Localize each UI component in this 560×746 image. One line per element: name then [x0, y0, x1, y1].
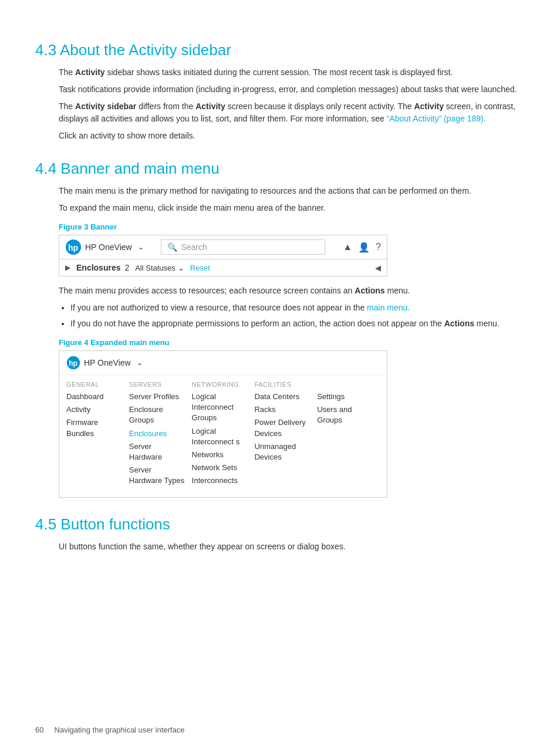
para-main-menu-1: The main menu is the primary method for …: [59, 185, 525, 197]
play-icon: ▶: [65, 264, 70, 272]
heading-4-5: 4.5 Button functions: [35, 515, 525, 534]
section-4-5-content: UI buttons function the same, whether th…: [35, 541, 525, 553]
enclosures-label: Enclosures 2: [76, 263, 129, 272]
figure4-label: Figure 4 Expanded main menu: [59, 338, 525, 347]
menu-col-header-networking: NETWORKING: [192, 381, 249, 388]
section-4-3-content: The Activity sidebar shows tasks initiat…: [35, 66, 525, 142]
figure3-label: Figure 3 Banner: [59, 222, 525, 231]
user-icon[interactable]: 👤: [358, 242, 370, 253]
menu-col-header-extra: [317, 381, 374, 388]
banner-logo-area: hp HP OneView ⌄: [65, 239, 144, 255]
para-activity-sidebar-3: The Activity sidebar differs from the Ac…: [59, 100, 525, 125]
menu-item-power-delivery[interactable]: Power Delivery Devices: [254, 417, 311, 438]
para-actions-menu: The main menu provides access to resourc…: [59, 285, 525, 297]
menu-item-settings[interactable]: Settings: [317, 391, 374, 402]
search-placeholder: Search: [181, 242, 207, 252]
menu-item-server-hardware-types[interactable]: Server Hardware Types: [129, 465, 186, 486]
para-activity-sidebar-2: Task notifications provide information (…: [59, 83, 525, 96]
menu-col-general: GENERAL Dashboard Activity Firmware Bund…: [66, 381, 129, 489]
figure4-expanded-menu: hp HP OneView ⌄ GENERAL Dashboard Activi…: [59, 350, 387, 498]
banner-chevron-icon: ⌄: [138, 243, 144, 251]
collapse-icon[interactable]: ◀: [375, 264, 381, 272]
bell-icon[interactable]: ▲: [343, 242, 352, 252]
menu-col-header-facilities: FACILITIES: [254, 381, 311, 388]
page-footer: 60 Navigating the graphical user interfa…: [35, 725, 184, 734]
menu-item-data-centers[interactable]: Data Centers: [254, 391, 311, 402]
menu-col-networking: NETWORKING Logical Interconnect Groups L…: [192, 381, 255, 489]
section-4-3: 4.3 About the Activity sidebar The Activ…: [35, 41, 525, 142]
banner-top-bar: hp HP OneView ⌄ 🔍 Search ▲ 👤 ?: [59, 235, 387, 259]
expanded-menu-logo-text: HP OneView: [84, 358, 131, 367]
section-4-4-content: The main menu is the primary method for …: [35, 185, 525, 498]
footer-label: Navigating the graphical user interface: [55, 725, 185, 734]
menu-item-activity[interactable]: Activity: [66, 404, 123, 415]
para-activity-sidebar-1: The Activity sidebar shows tasks initiat…: [59, 66, 525, 79]
expanded-menu-header: hp HP OneView ⌄: [59, 351, 387, 375]
bullet-list-permissions: If you are not authorized to view a reso…: [70, 302, 525, 330]
search-icon: 🔍: [167, 242, 177, 252]
banner-logo-text: HP OneView: [85, 242, 132, 252]
menu-item-unmanaged[interactable]: Unmanaged Devices: [254, 441, 311, 463]
about-activity-link[interactable]: “About Activity” (page 189).: [387, 114, 486, 123]
menu-item-interconnects[interactable]: Interconnects: [192, 475, 249, 486]
bullet-item-2: If you do not have the appropriate permi…: [70, 318, 525, 330]
menu-item-racks[interactable]: Racks: [254, 404, 311, 415]
hp-logo-icon: hp: [65, 239, 82, 255]
figure3-banner: hp HP OneView ⌄ 🔍 Search ▲ 👤 ? ▶: [59, 235, 387, 276]
enclosures-count: 2: [124, 263, 129, 272]
banner-search-box[interactable]: 🔍 Search: [161, 239, 325, 255]
menu-columns-container: GENERAL Dashboard Activity Firmware Bund…: [59, 375, 387, 497]
menu-item-enclosure-groups[interactable]: Enclosure Groups: [129, 404, 186, 426]
menu-item-lig[interactable]: Logical Interconnect Groups: [192, 391, 249, 424]
menu-item-enclosures[interactable]: Enclosures: [129, 428, 186, 439]
expanded-hp-logo-icon: hp: [66, 356, 80, 370]
main-menu-link[interactable]: main menu.: [367, 303, 410, 312]
para-activity-sidebar-4: Click an activity to show more details.: [59, 130, 525, 142]
section-4-5: 4.5 Button functions UI buttons function…: [35, 515, 525, 553]
heading-4-3: 4.3 About the Activity sidebar: [35, 41, 525, 59]
heading-4-4: 4.4 Banner and main menu: [35, 160, 525, 178]
menu-item-server-hardware[interactable]: Server Hardware: [129, 441, 186, 463]
svg-text:hp: hp: [68, 243, 78, 252]
menu-col-header-servers: SERVERS: [129, 381, 186, 388]
banner-icon-group: ▲ 👤 ?: [343, 242, 381, 253]
para-button-functions: UI buttons function the same, whether th…: [59, 541, 525, 553]
para-main-menu-2: To expand the main menu, click inside th…: [59, 202, 525, 214]
menu-item-users-groups[interactable]: Users and Groups: [317, 404, 374, 426]
menu-item-li[interactable]: Logical Interconnect s: [192, 426, 249, 447]
menu-item-server-profiles[interactable]: Server Profiles: [129, 391, 186, 402]
menu-col-header-general: GENERAL: [66, 381, 123, 388]
expanded-menu-chevron-icon: ⌄: [137, 359, 143, 367]
section-4-4: 4.4 Banner and main menu The main menu i…: [35, 160, 525, 498]
menu-item-network-sets[interactable]: Network Sets: [192, 463, 249, 473]
menu-item-networks[interactable]: Networks: [192, 450, 249, 460]
menu-item-dashboard[interactable]: Dashboard: [66, 391, 123, 402]
help-icon[interactable]: ?: [376, 242, 381, 252]
all-statuses-filter[interactable]: All Statuses ⌄: [135, 264, 184, 272]
menu-col-servers: SERVERS Server Profiles Enclosure Groups…: [129, 381, 192, 489]
banner-bottom-bar: ▶ Enclosures 2 All Statuses ⌄ Reset ◀: [59, 259, 387, 276]
reset-link[interactable]: Reset: [190, 264, 210, 272]
svg-text:hp: hp: [69, 359, 77, 367]
all-statuses-chevron-icon: ⌄: [178, 264, 184, 272]
menu-col-extra: Settings Users and Groups: [317, 381, 380, 489]
menu-item-firmware-bundles[interactable]: Firmware Bundles: [66, 417, 123, 438]
menu-col-facilities: FACILITIES Data Centers Racks Power Deli…: [254, 381, 317, 489]
page-number: 60: [35, 725, 43, 734]
bullet-item-1: If you are not authorized to view a reso…: [70, 302, 525, 314]
